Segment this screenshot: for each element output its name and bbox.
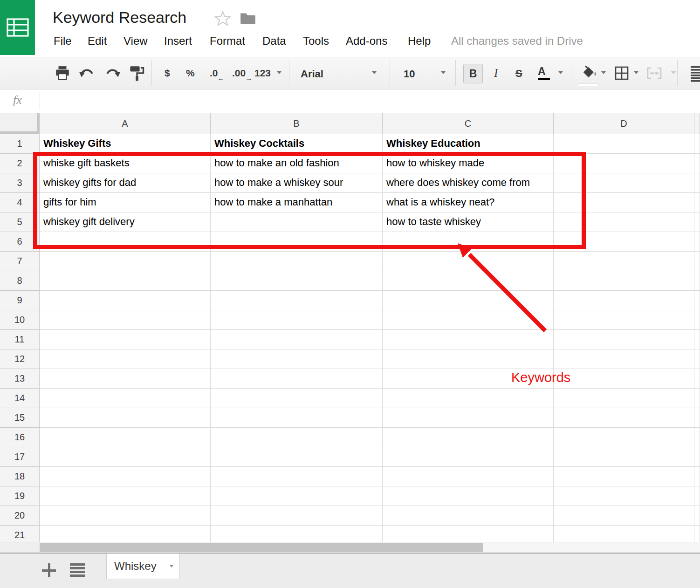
cell-A8[interactable] <box>40 271 211 291</box>
cell-B11[interactable] <box>211 330 383 349</box>
cell-A4[interactable]: gifts for him <box>40 193 211 212</box>
row-header-7[interactable]: 7 <box>0 252 40 271</box>
row-header-16[interactable]: 16 <box>0 428 40 447</box>
cell-A18[interactable] <box>40 467 211 486</box>
cell-C8[interactable] <box>383 271 554 291</box>
print-icon[interactable] <box>54 66 71 82</box>
cell-D3[interactable] <box>554 173 694 193</box>
sheets-logo-icon[interactable] <box>0 0 35 55</box>
cell-B21[interactable] <box>211 526 383 542</box>
row-header-14[interactable]: 14 <box>0 389 40 408</box>
menu-addons[interactable]: Add-ons <box>346 34 387 48</box>
menu-insert[interactable]: Insert <box>164 34 192 48</box>
cell-E15[interactable] <box>694 408 700 428</box>
cell-A11[interactable] <box>40 330 211 349</box>
document-title[interactable]: Keyword Research <box>53 8 186 27</box>
horizontal-scrollbar[interactable] <box>0 542 700 553</box>
more-formats-button[interactable]: 123 <box>254 68 271 79</box>
borders-caret-icon[interactable] <box>634 71 638 74</box>
cell-B13[interactable] <box>211 369 383 389</box>
cell-B9[interactable] <box>211 291 383 310</box>
cell-B1[interactable]: Whiskey Cocktails <box>211 134 383 154</box>
cell-A20[interactable] <box>40 506 211 526</box>
cell-E8[interactable] <box>694 271 700 291</box>
font-size-caret-icon[interactable] <box>441 71 446 74</box>
cell-C17[interactable] <box>383 447 554 467</box>
sheet-tab-whiskey[interactable]: Whiskey <box>106 554 180 579</box>
row-header-4[interactable]: 4 <box>0 193 40 212</box>
row-header-13[interactable]: 13 <box>0 369 40 389</box>
cell-A10[interactable] <box>40 310 211 330</box>
cell-A14[interactable] <box>40 389 211 408</box>
cell-A15[interactable] <box>40 408 211 428</box>
cell-E7[interactable] <box>694 252 700 271</box>
cell-C2[interactable]: how to whiskey made <box>383 154 554 173</box>
cell-B19[interactable] <box>211 486 383 506</box>
row-header-15[interactable]: 15 <box>0 408 40 428</box>
cell-E16[interactable] <box>694 428 700 447</box>
cell-D7[interactable] <box>554 252 694 271</box>
cell-D11[interactable] <box>554 330 694 349</box>
cell-A12[interactable] <box>40 349 211 369</box>
cell-B16[interactable] <box>211 428 383 447</box>
cell-E1[interactable] <box>694 134 700 154</box>
cell-E14[interactable] <box>694 389 700 408</box>
row-header-12[interactable]: 12 <box>0 349 40 369</box>
star-icon[interactable] <box>214 10 231 27</box>
cell-B20[interactable] <box>211 506 383 526</box>
select-all-corner[interactable] <box>0 113 40 134</box>
cell-D14[interactable] <box>554 389 694 408</box>
italic-button[interactable]: I <box>494 67 498 80</box>
format-currency-button[interactable]: $ <box>165 68 170 79</box>
cell-D1[interactable] <box>554 134 694 154</box>
cell-E10[interactable] <box>694 310 700 330</box>
cell-A5[interactable]: whiskey gift delivery <box>40 212 211 232</box>
cell-B14[interactable] <box>211 389 383 408</box>
strikethrough-button[interactable]: S <box>515 68 522 80</box>
cell-E19[interactable] <box>694 486 700 506</box>
cell-B3[interactable]: how to make a whiskey sour <box>211 173 383 193</box>
cell-E13[interactable] <box>694 369 700 389</box>
cell-A2[interactable]: whiske gift baskets <box>40 154 211 173</box>
cell-C18[interactable] <box>383 467 554 486</box>
more-formats-caret-icon[interactable] <box>277 71 281 74</box>
cell-E21[interactable] <box>694 526 700 542</box>
cell-C20[interactable] <box>383 506 554 526</box>
cell-D9[interactable] <box>554 291 694 310</box>
cell-B12[interactable] <box>211 349 383 369</box>
cell-C7[interactable] <box>383 252 554 271</box>
cell-D13[interactable] <box>554 369 694 389</box>
menu-tools[interactable]: Tools <box>303 34 329 48</box>
row-header-21[interactable]: 21 <box>0 526 40 542</box>
cell-C11[interactable] <box>383 330 554 349</box>
cell-D10[interactable] <box>554 310 694 330</box>
cell-B8[interactable] <box>211 271 383 291</box>
cell-C1[interactable]: Whiskey Education <box>383 134 554 154</box>
cell-C5[interactable]: how to taste whiskey <box>383 212 554 232</box>
cell-C15[interactable] <box>383 408 554 428</box>
decrease-decimals-button[interactable]: .0 ← <box>210 68 218 79</box>
menu-file[interactable]: File <box>54 34 72 48</box>
row-header-10[interactable]: 10 <box>0 310 40 330</box>
cell-B2[interactable]: how to make an old fashion <box>211 154 383 173</box>
row-header-5[interactable]: 5 <box>0 212 40 232</box>
row-header-9[interactable]: 9 <box>0 291 40 310</box>
cell-A13[interactable] <box>40 369 211 389</box>
cell-D2[interactable] <box>554 154 694 173</box>
bold-button[interactable]: B <box>463 64 483 83</box>
scrollbar-thumb[interactable] <box>40 543 483 552</box>
paint-format-icon[interactable] <box>129 65 145 82</box>
undo-icon[interactable] <box>78 67 96 81</box>
font-size-select[interactable]: 10 <box>404 68 415 80</box>
increase-decimals-button[interactable]: .00 → <box>232 68 246 79</box>
align-lines-icon[interactable] <box>691 66 700 82</box>
cell-B15[interactable] <box>211 408 383 428</box>
cell-C21[interactable] <box>383 526 554 542</box>
cell-D12[interactable] <box>554 349 694 369</box>
cell-C10[interactable] <box>383 310 554 330</box>
cell-C12[interactable] <box>383 349 554 369</box>
column-header-B[interactable]: B <box>211 113 383 134</box>
borders-icon[interactable] <box>614 66 629 81</box>
cell-A19[interactable] <box>40 486 211 506</box>
cell-E5[interactable] <box>694 212 700 232</box>
